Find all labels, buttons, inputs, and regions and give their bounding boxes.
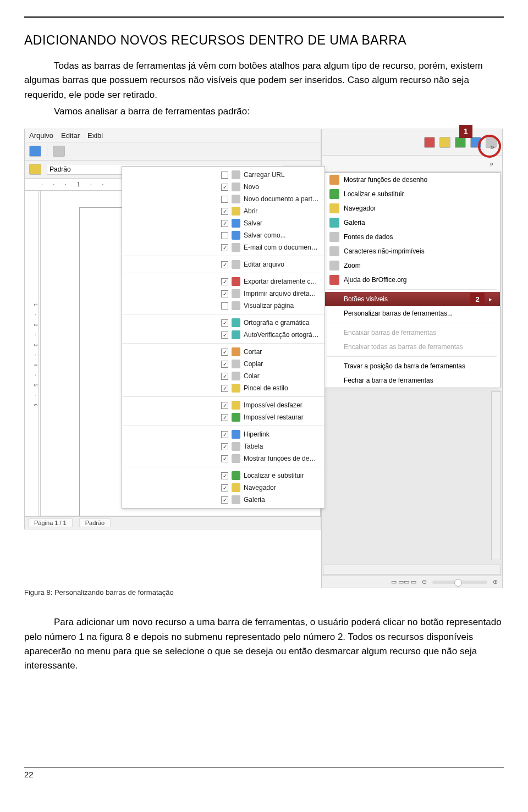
menu-item[interactable]: Fontes de dados — [324, 230, 500, 244]
menu-divider — [327, 323, 497, 323]
menu-item-label: Fontes de dados — [344, 233, 492, 241]
checkbox[interactable] — [221, 373, 228, 380]
vertical-scrollbar[interactable] — [491, 391, 501, 560]
menu-item[interactable]: Localizar e substituir — [324, 187, 500, 201]
visible-button-item[interactable]: AutoVerificação ortográfica — [122, 329, 324, 341]
view-icons[interactable]: ▭ ▭▭ ▭ — [391, 578, 416, 585]
visible-button-item[interactable]: Abrir — [122, 205, 324, 217]
page-number: 22 — [24, 770, 34, 779]
item-icon — [232, 231, 240, 240]
menu-item-label: Navegador — [344, 205, 492, 212]
toolbar-context-menu[interactable]: Mostrar funções de desenhoLocalizar e su… — [323, 172, 501, 388]
toolbar-icon[interactable] — [439, 137, 450, 148]
visible-button-item[interactable]: Editar arquivo — [122, 258, 324, 270]
visible-button-item[interactable]: Novo documento a partir de um modelo — [122, 193, 324, 205]
checkbox[interactable] — [221, 414, 228, 421]
visible-button-item[interactable]: Cortar — [122, 346, 324, 358]
menu-item-label: Encaixar todas as barras de ferramentas — [344, 343, 492, 351]
item-label: Visualizar página — [244, 302, 319, 310]
menu-item[interactable]: Mostrar funções de desenho — [324, 173, 500, 187]
right-app-window: 1 » » Mostrar funções de desenhoLocaliza… — [321, 129, 503, 588]
menu-item-visible-buttons[interactable]: Botões visíveis2▸ — [324, 292, 500, 306]
checkbox[interactable] — [221, 484, 228, 491]
item-label: Abrir — [244, 207, 319, 215]
toolbar-standard[interactable] — [25, 142, 321, 161]
toolbar-icon[interactable] — [53, 146, 65, 157]
menu-editar[interactable]: Editar — [61, 131, 80, 140]
visible-button-item[interactable]: Salvar como... — [122, 229, 324, 241]
menu-item[interactable]: Personalizar barras de ferramentas... — [324, 306, 500, 321]
menu-item-label: Encaixar barras de ferramentas — [344, 329, 492, 336]
style-icon[interactable] — [29, 164, 41, 175]
checkbox[interactable] — [221, 332, 228, 339]
checkbox[interactable] — [221, 455, 228, 462]
checkbox[interactable] — [221, 232, 228, 239]
toolbar-expand-button[interactable]: » — [490, 142, 494, 151]
item-icon — [232, 301, 240, 310]
visible-button-item[interactable]: Hiperlink — [122, 428, 324, 440]
checkbox[interactable] — [221, 278, 228, 285]
toolbar-expand-2[interactable]: » — [322, 156, 502, 172]
horizontal-scrollbar[interactable] — [323, 565, 501, 575]
visible-button-item[interactable]: Copiar — [122, 358, 324, 370]
item-label: Galeria — [244, 496, 319, 504]
checkbox[interactable] — [221, 361, 228, 368]
visible-button-item[interactable]: Galeria — [122, 494, 324, 506]
menu-item[interactable]: Fechar a barra de ferramentas — [324, 373, 500, 388]
checkbox[interactable] — [221, 244, 228, 251]
zoom-slider[interactable] — [432, 581, 487, 584]
checkbox[interactable] — [221, 319, 228, 327]
item-label: Copiar — [244, 360, 319, 368]
visible-button-item[interactable]: E-mail com o documento anexado — [122, 241, 324, 253]
item-icon — [232, 207, 240, 216]
visible-button-item[interactable]: Impossível restaurar — [122, 411, 324, 423]
checkbox[interactable] — [221, 261, 228, 268]
visible-button-item[interactable]: Salvar — [122, 217, 324, 229]
visible-button-item[interactable]: Navegador — [122, 482, 324, 494]
menu-item[interactable]: Ajuda do BrOffice.org — [324, 273, 500, 287]
checkbox[interactable] — [221, 472, 228, 479]
visible-button-item[interactable]: Colar — [122, 370, 324, 382]
item-icon — [232, 183, 240, 191]
checkbox[interactable] — [221, 208, 228, 215]
menu-item[interactable]: Galeria — [324, 216, 500, 230]
toolbar-icon[interactable] — [424, 137, 435, 148]
checkbox[interactable] — [221, 184, 228, 191]
visible-button-item[interactable]: Impossível desfazer — [122, 399, 324, 411]
visible-button-item[interactable]: Tabela — [122, 440, 324, 452]
menu-exibir[interactable]: Exibi — [87, 131, 103, 140]
checkbox[interactable] — [221, 290, 228, 297]
checkbox[interactable] — [221, 431, 228, 438]
visible-button-item[interactable]: Imprimir arquivo diretamente (DIOPE-PIPO… — [122, 288, 324, 300]
toolbar-icon[interactable] — [455, 137, 466, 148]
checkbox[interactable] — [221, 349, 228, 356]
checkbox[interactable] — [221, 220, 228, 227]
checkbox[interactable] — [221, 172, 228, 179]
menu-arquivo[interactable]: Arquivo — [29, 131, 53, 140]
menu-item[interactable]: Travar a posição da barra de ferramentas — [324, 359, 500, 373]
menubar[interactable]: Arquivo Editar Exibi — [25, 129, 321, 142]
menu-item[interactable]: Zoom — [324, 258, 500, 273]
checkbox[interactable] — [221, 402, 228, 409]
menu-item[interactable]: Caracteres não-imprimíveis — [324, 244, 500, 258]
checkbox[interactable] — [221, 385, 228, 392]
visible-button-item[interactable]: Localizar e substituir — [122, 469, 324, 482]
visible-button-item[interactable]: Visualizar página — [122, 300, 324, 312]
checkbox[interactable] — [221, 196, 228, 203]
visible-button-item[interactable]: Ortografia e gramática — [122, 317, 324, 329]
toolbar-icon[interactable] — [29, 146, 41, 157]
item-label: Cortar — [244, 348, 319, 356]
submenu-arrow-icon: ▸ — [489, 296, 492, 303]
visible-button-item[interactable]: Mostrar funções de desenho — [122, 452, 324, 465]
checkbox[interactable] — [221, 443, 228, 450]
visible-button-item[interactable]: Exportar diretamente como PDF — [122, 275, 324, 288]
visible-button-item[interactable]: Carregar URL — [122, 169, 324, 181]
visible-buttons-submenu[interactable]: Carregar URLNovoNovo documento a partir … — [122, 166, 325, 509]
item-icon — [232, 442, 240, 451]
visible-button-item[interactable]: Novo — [122, 181, 324, 193]
visible-button-item[interactable]: Pincel de estilo — [122, 382, 324, 394]
checkbox[interactable] — [221, 496, 228, 504]
checkbox[interactable] — [221, 302, 228, 310]
item-icon — [232, 384, 240, 393]
menu-item[interactable]: Navegador — [324, 201, 500, 216]
